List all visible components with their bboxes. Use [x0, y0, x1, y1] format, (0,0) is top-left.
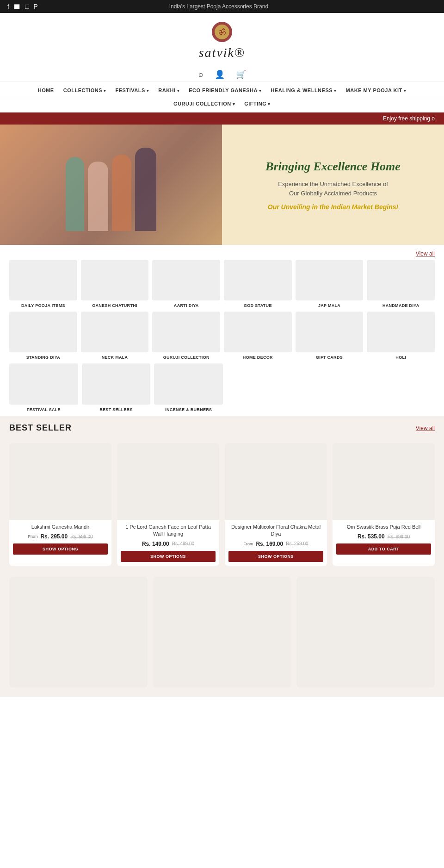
social-icons[interactable]: f ⯀ □ P: [7, 3, 38, 10]
collection-thumb: [9, 312, 77, 352]
collection-jap-mala[interactable]: JAP MALA: [296, 260, 364, 308]
product-name-1: Lakshmi Ganesha Mandir: [13, 524, 108, 531]
collection-ganesh-chaturthi[interactable]: Ganesh Chaturthi: [81, 260, 149, 308]
nav-rakhi[interactable]: RAKHI: [154, 86, 184, 95]
nav-gifting[interactable]: GIFTING: [240, 99, 275, 108]
bestseller-header: BEST SELLER View all: [0, 416, 444, 437]
collections-section: DAILY POOJA ITEMS Ganesh Chaturthi AARTI…: [0, 260, 444, 412]
collection-aarti-diya[interactable]: AARTI DIYA: [152, 260, 220, 308]
collections-row-2: STANDING DIYA Neck Mala GURUJI COLLECTIO…: [9, 312, 435, 360]
more-products-row: [0, 571, 444, 697]
youtube-icon[interactable]: ⯀: [14, 3, 20, 10]
more-product-card-2: [153, 577, 291, 687]
product-card-3: Designer Multicolor Floral Chakra Metal …: [225, 443, 327, 566]
product-info-1: Lakshmi Ganesha Mandir From Rs. 295.00 R…: [9, 520, 111, 566]
collection-holi[interactable]: HOLI: [367, 312, 435, 360]
collection-thumb: [367, 260, 435, 300]
collection-thumb: [82, 363, 151, 405]
collection-thumb: [367, 312, 435, 352]
cart-icon[interactable]: 🛒: [236, 69, 246, 80]
nav-festivals[interactable]: FESTIVALS: [111, 86, 154, 95]
nav-pooja-kit[interactable]: MAKE MY POOJA KIT: [341, 86, 411, 95]
product-info-3: Designer Multicolor Floral Chakra Metal …: [225, 520, 327, 566]
collection-thumb: [81, 312, 149, 352]
top-bar: f ⯀ □ P India's Largest Pooja Accessorie…: [0, 0, 444, 13]
collection-thumb: [9, 260, 77, 300]
product-pricing-1: From Rs. 295.00 Rs. 599.00: [13, 533, 108, 540]
account-icon[interactable]: 👤: [215, 69, 225, 80]
main-nav: HOME COLLECTIONS FESTIVALS RAKHI ECO FRI…: [0, 82, 444, 97]
price-current-3: Rs. 169.00: [256, 541, 283, 547]
price-original-1: Rs. 599.00: [70, 534, 92, 539]
pinterest-icon[interactable]: P: [33, 3, 37, 10]
more-product-card-3: [296, 577, 435, 687]
product-card-4: Om Swastik Brass Puja Red Bell Rs. 535.0…: [333, 443, 435, 566]
svg-text:ॐ: ॐ: [219, 27, 226, 37]
collection-thumb: [224, 260, 292, 300]
hero-subtitle: Experience the Unmatched Excellence ofOu…: [278, 180, 388, 198]
collection-thumb: [152, 312, 220, 352]
collection-thumb: [154, 363, 223, 405]
product-image-4: [333, 443, 435, 520]
collection-handmade-diya[interactable]: HANDMADE DIYA: [367, 260, 435, 308]
hero-text: Bringing Excellence Home Experience the …: [222, 125, 444, 245]
collection-standing-diya[interactable]: STANDING DIYA: [9, 312, 77, 360]
price-from-1: From: [28, 534, 37, 539]
product-name-3: Designer Multicolor Floral Chakra Metal …: [228, 524, 323, 538]
collection-home-decor[interactable]: HOME DECOR: [224, 312, 292, 360]
collection-thumb: [152, 260, 220, 300]
logo-area: ॐ satvik®: [0, 13, 444, 68]
more-product-image-1: [9, 577, 148, 687]
show-options-btn-3[interactable]: SHOW OPTIONS: [228, 551, 323, 562]
collection-thumb: [224, 312, 292, 352]
add-to-cart-btn-4[interactable]: ADD TO CART: [336, 543, 431, 555]
show-options-btn-1[interactable]: SHOW OPTIONS: [13, 543, 108, 555]
price-current-2: Rs. 149.00: [142, 541, 169, 547]
hero-banner: Bringing Excellence Home Experience the …: [0, 125, 444, 245]
product-image-3: [225, 443, 327, 520]
product-info-2: 1 Pc Lord Ganesh Face on Leaf Patta Wall…: [117, 520, 219, 566]
utility-bar: ⌕ 👤 🛒: [0, 68, 444, 82]
more-product-card-1: [9, 577, 148, 687]
collection-festival-sale[interactable]: FESTIVAL SALE: [9, 363, 78, 412]
product-card-2: 1 Pc Lord Ganesh Face on Leaf Patta Wall…: [117, 443, 219, 566]
facebook-icon[interactable]: f: [7, 3, 9, 10]
collection-thumb: [81, 260, 149, 300]
nav-guruji[interactable]: GURUJI COLLECTION: [169, 99, 240, 108]
instagram-icon[interactable]: □: [25, 3, 29, 10]
show-options-btn-2[interactable]: SHOW OPTIONS: [121, 551, 216, 562]
more-product-image-3: [296, 577, 435, 687]
price-original-3: Rs. 259.00: [286, 541, 308, 546]
product-info-4: Om Swastik Brass Puja Red Bell Rs. 535.0…: [333, 520, 435, 566]
logo-icon: ॐ: [210, 20, 234, 44]
price-current-4: Rs. 535.00: [358, 533, 385, 540]
nav-home[interactable]: HOME: [33, 86, 59, 95]
hero-cta: Our Unveiling in the Indian Market Begin…: [268, 203, 398, 211]
nav-row2: GURUJI COLLECTION GIFTING: [0, 97, 444, 112]
collection-daily-pooja[interactable]: DAILY POOJA ITEMS: [9, 260, 77, 308]
product-name-4: Om Swastik Brass Puja Red Bell: [336, 524, 431, 531]
nav-collections[interactable]: COLLECTIONS: [59, 86, 111, 95]
collection-incense-burners[interactable]: INCENSE & BURNERS: [154, 363, 223, 412]
collections-view-all[interactable]: View all: [416, 250, 435, 257]
nav-healing[interactable]: HEALING & WELLNESS: [266, 86, 341, 95]
collections-view-all-row: View all: [0, 245, 444, 260]
collection-gift-cards[interactable]: GIFT CARDS: [296, 312, 364, 360]
collection-thumb: [296, 260, 364, 300]
bestseller-title: BEST SELLER: [9, 423, 72, 433]
hero-title: Bringing Excellence Home: [265, 159, 401, 175]
collection-neck-mala[interactable]: Neck Mala: [81, 312, 149, 360]
price-original-4: Rs. 699.00: [388, 534, 410, 539]
product-pricing-2: Rs. 149.00 Rs. 499.00: [121, 541, 216, 547]
search-icon[interactable]: ⌕: [198, 69, 204, 80]
product-pricing-3: From Rs. 169.00 Rs. 259.00: [228, 541, 323, 547]
product-pricing-4: Rs. 535.00 Rs. 699.00: [336, 533, 431, 540]
collection-god-statue[interactable]: GOD STATUE: [224, 260, 292, 308]
price-original-2: Rs. 499.00: [172, 541, 194, 546]
collection-guruji[interactable]: GURUJI COLLECTION: [152, 312, 220, 360]
nav-eco-ganesha[interactable]: ECO FRIENDLY GANESHA: [184, 86, 266, 95]
price-current-1: Rs. 295.00: [40, 533, 68, 540]
product-image-1: [9, 443, 111, 520]
bestseller-view-all[interactable]: View all: [416, 425, 435, 431]
collection-best-sellers[interactable]: BEST SELLERS: [82, 363, 151, 412]
